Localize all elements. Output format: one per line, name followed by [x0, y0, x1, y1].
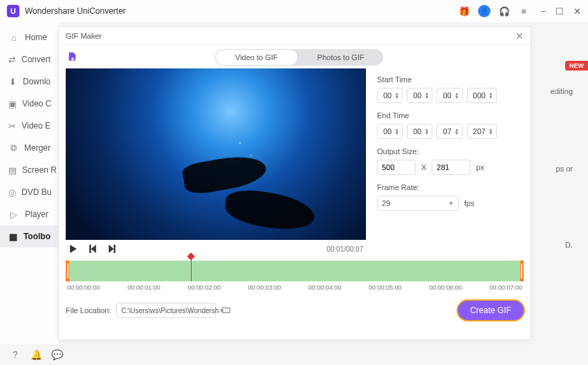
- start-ms-input[interactable]: 000▲▼: [467, 88, 497, 103]
- edit-icon: ✂: [8, 120, 16, 131]
- user-icon[interactable]: 👤: [478, 5, 490, 17]
- sidebar: ⌂Home⇄Convert⬇Downlo▣Video C✂Video E⧉Mer…: [0, 22, 59, 344]
- player-icon: ▷: [8, 209, 19, 220]
- sidebar-item-video e[interactable]: ✂Video E: [0, 115, 59, 137]
- chat-icon[interactable]: 💬: [51, 349, 62, 360]
- sidebar-item-merger[interactable]: ⧉Merger: [0, 137, 59, 159]
- modal-header: GIF Maker ✕: [59, 27, 531, 45]
- sidebar-item-label: Home: [25, 32, 47, 42]
- timeline-area: 00:00:00:0000:00:01:0000:00:02:0000:00:0…: [66, 261, 524, 291]
- bg-text: D.: [565, 241, 573, 249]
- playhead[interactable]: [191, 256, 192, 281]
- compress-icon: ▣: [8, 98, 17, 109]
- size-by: X: [421, 163, 426, 171]
- start-h-input[interactable]: 00▲▼: [377, 88, 403, 103]
- tick-label: 00:00:01:00: [127, 284, 160, 291]
- end-ms-input[interactable]: 207▲▼: [467, 124, 497, 139]
- timecode: 00:01/00:07: [327, 245, 363, 253]
- dvd-icon: ◎: [8, 187, 16, 198]
- tab-photos-to-gif[interactable]: Photos to GIF: [298, 49, 384, 66]
- sidebar-item-player[interactable]: ▷Player: [0, 203, 59, 225]
- sidebar-item-label: Video C: [22, 99, 51, 109]
- gif-maker-modal: GIF Maker ✕ Video to GIF Photos to GIF: [58, 26, 531, 340]
- frame-rate-label: Frame Rate:: [377, 183, 524, 191]
- settings-pane: Start Time 00▲▼ 00▲▼ 00▲▼ 000▲▼ End Time…: [377, 68, 524, 258]
- start-m-input[interactable]: 00▲▼: [407, 88, 432, 103]
- sidebar-item-screen r[interactable]: ▤Screen R: [0, 159, 59, 181]
- tick-label: 00:00:00:00: [67, 284, 100, 291]
- modal-close-button[interactable]: ✕: [515, 30, 524, 41]
- bg-text: editing: [551, 87, 573, 95]
- tick-label: 00:00:05:00: [369, 284, 402, 291]
- statusbar: ? 🔔 💬: [0, 344, 72, 365]
- play-button[interactable]: [68, 244, 78, 254]
- add-file-icon[interactable]: [66, 50, 80, 64]
- toolbox-icon: ▦: [8, 231, 18, 242]
- sidebar-item-home[interactable]: ⌂Home: [0, 26, 59, 48]
- size-unit: px: [476, 163, 484, 171]
- file-location-label: File Location:: [66, 306, 111, 315]
- convert-icon: ⇄: [8, 54, 16, 65]
- sidebar-item-label: DVD Bu: [21, 187, 51, 197]
- trim-end-handle[interactable]: [521, 263, 522, 279]
- sidebar-item-dvd bu[interactable]: ◎DVD Bu: [0, 181, 59, 203]
- start-s-input[interactable]: 00▲▼: [437, 88, 462, 103]
- tick-label: 00:00:04:00: [309, 284, 342, 291]
- bg-text: ps or: [556, 165, 573, 173]
- menu-icon[interactable]: ≡: [518, 6, 529, 17]
- tick-label: 00:00:07:00: [489, 284, 522, 291]
- modal-title: GIF Maker: [66, 32, 102, 40]
- app-title: Wondershare UniConverter: [25, 6, 459, 16]
- sidebar-item-label: Player: [25, 209, 48, 219]
- trim-start-handle[interactable]: [67, 263, 68, 279]
- mode-segmented: Video to GIF Photos to GIF: [215, 49, 383, 66]
- minimize-button[interactable]: −: [540, 6, 546, 17]
- gift-icon[interactable]: 🎁: [459, 6, 470, 17]
- frame-rate-select[interactable]: 29▼: [377, 196, 459, 211]
- tick-label: 00:00:06:00: [429, 284, 462, 291]
- timeline-track[interactable]: [66, 261, 524, 281]
- download-icon: ⬇: [8, 76, 17, 87]
- playback-controls: 00:01/00:07: [66, 240, 366, 258]
- height-input[interactable]: [432, 160, 470, 175]
- help-icon[interactable]: ?: [10, 349, 21, 360]
- sidebar-item-label: Video E: [21, 121, 50, 131]
- headset-icon[interactable]: 🎧: [499, 6, 510, 17]
- titlebar: U Wondershare UniConverter 🎁 👤 🎧 ≡ − ☐ ✕: [0, 0, 588, 22]
- output-size-label: Output Size:: [377, 147, 524, 156]
- create-gif-button[interactable]: Create GIF: [458, 301, 524, 320]
- next-frame-button[interactable]: [107, 244, 117, 254]
- close-button[interactable]: ✕: [573, 6, 581, 17]
- record-icon: ▤: [8, 165, 17, 176]
- sidebar-item-downlo[interactable]: ⬇Downlo: [0, 71, 59, 93]
- end-time-label: End Time: [377, 111, 524, 120]
- end-m-input[interactable]: 00▲▼: [407, 124, 432, 139]
- sidebar-item-convert[interactable]: ⇄Convert: [0, 48, 59, 71]
- file-location-select[interactable]: C:\Users\ws\Pictures\Wondersh▼: [116, 303, 216, 318]
- sidebar-item-label: Merger: [24, 143, 50, 153]
- sidebar-item-toolbo[interactable]: ▦Toolbo: [0, 225, 59, 247]
- tick-label: 00:00:02:00: [187, 284, 221, 291]
- home-icon: ⌂: [8, 32, 19, 43]
- fps-unit: fps: [464, 199, 475, 207]
- timeline-ticks: 00:00:00:0000:00:01:0000:00:02:0000:00:0…: [66, 284, 524, 291]
- tick-label: 00:00:03:00: [248, 284, 282, 291]
- sidebar-item-label: Convert: [21, 55, 50, 64]
- start-time-label: Start Time: [377, 75, 524, 84]
- app-logo: U: [7, 5, 19, 17]
- tab-video-to-gif[interactable]: Video to GIF: [215, 49, 298, 66]
- end-s-input[interactable]: 07▲▼: [437, 124, 462, 139]
- width-input[interactable]: [377, 160, 416, 175]
- new-badge: NEW: [565, 61, 588, 71]
- open-folder-icon[interactable]: [221, 305, 232, 316]
- bell-icon[interactable]: 🔔: [30, 349, 42, 360]
- end-h-input[interactable]: 00▲▼: [377, 124, 403, 139]
- preview-pane: 00:01/00:07: [66, 68, 366, 258]
- sidebar-item-video c[interactable]: ▣Video C: [0, 93, 59, 115]
- merge-icon: ⧉: [8, 142, 19, 153]
- video-preview[interactable]: [66, 68, 366, 240]
- prev-frame-button[interactable]: [88, 244, 98, 254]
- sidebar-item-label: Screen R: [22, 165, 57, 175]
- sidebar-item-label: Toolbo: [24, 232, 50, 241]
- maximize-button[interactable]: ☐: [555, 6, 564, 17]
